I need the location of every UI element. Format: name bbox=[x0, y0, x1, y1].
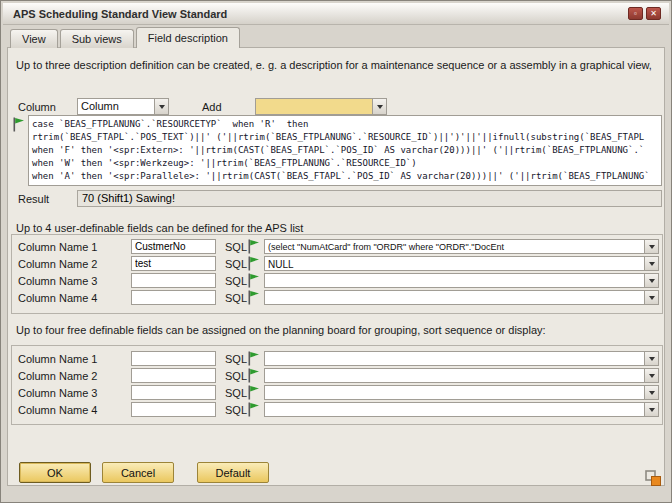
window-controls: ▫ ✕ bbox=[628, 7, 661, 20]
tab-sub-views[interactable]: Sub views bbox=[60, 29, 134, 48]
close-icon: ✕ bbox=[650, 9, 657, 18]
aps-column-2-sql-select[interactable]: NULL bbox=[264, 256, 659, 271]
aps-column-3-input[interactable] bbox=[131, 273, 216, 288]
sql-label: SQL bbox=[225, 404, 247, 416]
add-label: Add bbox=[202, 101, 222, 113]
minimize-button[interactable]: ▫ bbox=[628, 7, 643, 20]
resize-grip-icon[interactable] bbox=[645, 470, 662, 491]
chevron-down-icon[interactable] bbox=[644, 369, 658, 382]
aps-list-intro-text: Up to 4 user-definable fields can be def… bbox=[16, 221, 656, 235]
chevron-down-icon[interactable] bbox=[372, 99, 386, 114]
cancel-button[interactable]: Cancel bbox=[102, 462, 174, 483]
board-column-3-sql-value bbox=[265, 386, 644, 399]
chevron-down-icon[interactable] bbox=[644, 291, 658, 304]
board-column-4-input[interactable] bbox=[131, 402, 216, 417]
flag-icon[interactable] bbox=[247, 402, 260, 417]
sql-label: SQL bbox=[225, 370, 247, 382]
aps-column-2-sql-value: NULL bbox=[265, 257, 644, 270]
flag-icon[interactable] bbox=[247, 273, 260, 288]
board-column-2-sql-select[interactable] bbox=[264, 368, 659, 383]
board-column-4-label: Column Name 4 bbox=[18, 404, 97, 416]
chevron-down-icon[interactable] bbox=[154, 99, 168, 114]
board-column-1-sql-select[interactable] bbox=[264, 351, 659, 366]
minimize-icon: ▫ bbox=[634, 9, 637, 18]
board-column-4-sql-value bbox=[265, 403, 644, 416]
column-select-value: Column bbox=[78, 99, 154, 114]
board-column-2-input[interactable] bbox=[131, 368, 216, 383]
aps-column-4-sql-select[interactable] bbox=[264, 290, 659, 305]
aps-column-2-input[interactable] bbox=[131, 256, 216, 271]
aps-column-3-sql-value bbox=[265, 274, 644, 287]
aps-scheduling-dialog: APS Scheduling Standard View Standard ▫ … bbox=[0, 0, 672, 503]
aps-column-1-sql-select[interactable]: (select "NumAtCard" from "ORDR" where "O… bbox=[264, 239, 659, 254]
column-select[interactable]: Column bbox=[77, 98, 169, 115]
aps-column-4-input[interactable] bbox=[131, 290, 216, 305]
close-button[interactable]: ✕ bbox=[646, 7, 661, 20]
aps-column-2-label: Column Name 2 bbox=[18, 258, 97, 270]
planning-board-intro-text: Up to four free definable fields can be … bbox=[16, 323, 661, 337]
chevron-down-icon[interactable] bbox=[644, 386, 658, 399]
add-select-value bbox=[256, 99, 372, 114]
ok-button[interactable]: OK bbox=[19, 462, 91, 483]
chevron-down-icon[interactable] bbox=[644, 274, 658, 287]
column-label: Column bbox=[18, 101, 56, 113]
result-label: Result bbox=[18, 193, 49, 205]
sql-label: SQL bbox=[225, 275, 247, 287]
board-column-3-label: Column Name 3 bbox=[18, 387, 97, 399]
titlebar[interactable]: APS Scheduling Standard View Standard ▫ … bbox=[3, 3, 669, 25]
board-column-4-sql-select[interactable] bbox=[264, 402, 659, 417]
sql-label: SQL bbox=[225, 292, 247, 304]
result-field: 70 (Shift1) Sawing! bbox=[77, 190, 662, 207]
tab-strip: View Sub views Field description bbox=[10, 27, 240, 48]
description-sql-editor[interactable]: case `BEAS_FTPLANUNG`.`RESOURCETYP` when… bbox=[28, 115, 662, 186]
board-column-1-input[interactable] bbox=[131, 351, 216, 366]
sql-label: SQL bbox=[225, 258, 247, 270]
add-select[interactable] bbox=[255, 98, 387, 115]
board-column-2-label: Column Name 2 bbox=[18, 370, 97, 382]
board-column-3-sql-select[interactable] bbox=[264, 385, 659, 400]
aps-column-1-label: Column Name 1 bbox=[18, 241, 97, 253]
window-title: APS Scheduling Standard View Standard bbox=[13, 8, 628, 20]
sql-label: SQL bbox=[225, 387, 247, 399]
aps-column-3-label: Column Name 3 bbox=[18, 275, 97, 287]
chevron-down-icon[interactable] bbox=[644, 352, 658, 365]
description-intro-text: Up to three description definition can b… bbox=[16, 58, 658, 72]
flag-icon[interactable] bbox=[12, 117, 25, 132]
sql-label: SQL bbox=[225, 353, 247, 365]
flag-icon[interactable] bbox=[247, 239, 260, 254]
flag-icon[interactable] bbox=[247, 368, 260, 383]
aps-column-1-input[interactable] bbox=[131, 239, 216, 254]
default-button[interactable]: Default bbox=[197, 462, 269, 483]
flag-icon[interactable] bbox=[247, 256, 260, 271]
flag-icon[interactable] bbox=[247, 351, 260, 366]
board-column-1-label: Column Name 1 bbox=[18, 353, 97, 365]
board-column-2-sql-value bbox=[265, 369, 644, 382]
chevron-down-icon[interactable] bbox=[644, 257, 658, 270]
chevron-down-icon[interactable] bbox=[644, 240, 658, 253]
tab-field-description[interactable]: Field description bbox=[136, 27, 240, 48]
board-column-1-sql-value bbox=[265, 352, 644, 365]
sql-label: SQL bbox=[225, 241, 247, 253]
aps-column-1-sql-value: (select "NumAtCard" from "ORDR" where "O… bbox=[265, 240, 644, 253]
tab-view[interactable]: View bbox=[10, 29, 58, 48]
board-column-3-input[interactable] bbox=[131, 385, 216, 400]
chevron-down-icon[interactable] bbox=[644, 403, 658, 416]
aps-column-4-label: Column Name 4 bbox=[18, 292, 97, 304]
aps-column-4-sql-value bbox=[265, 291, 644, 304]
aps-column-3-sql-select[interactable] bbox=[264, 273, 659, 288]
flag-icon[interactable] bbox=[247, 385, 260, 400]
flag-icon[interactable] bbox=[247, 290, 260, 305]
